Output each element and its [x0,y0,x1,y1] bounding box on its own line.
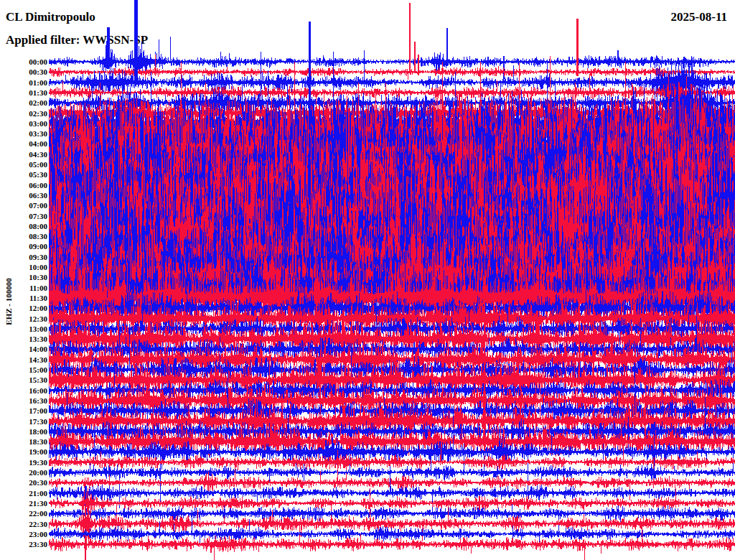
helicorder-page: CL Dimitropoulo 2025-08-11 Applied filte… [0,0,735,560]
seismogram-canvas [0,0,735,560]
